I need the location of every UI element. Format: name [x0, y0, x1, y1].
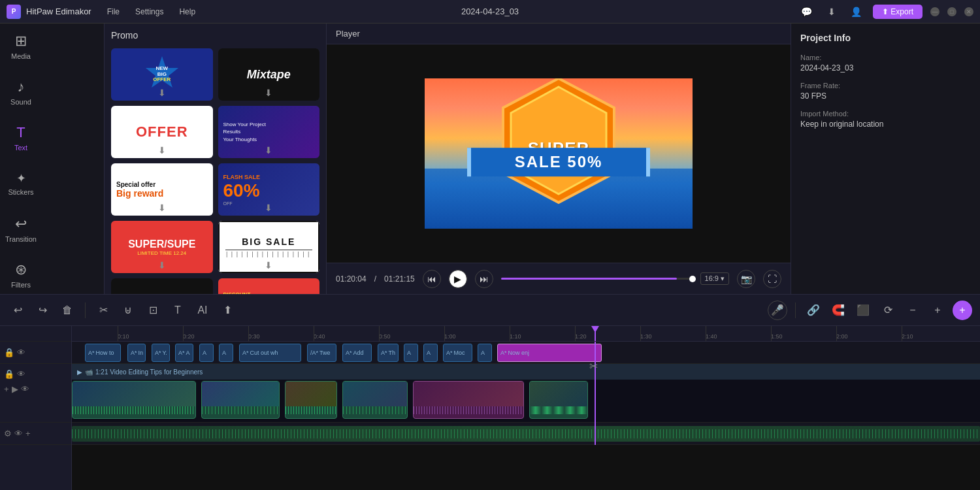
- mic-button[interactable]: 🎤: [768, 301, 787, 320]
- tool-sound[interactable]: ♪ Sound: [0, 69, 42, 115]
- crop-button[interactable]: ⊡: [143, 301, 163, 320]
- eye-icon-text[interactable]: 👁: [17, 348, 25, 357]
- add-track-icon[interactable]: +: [4, 384, 9, 394]
- delete-button[interactable]: 🗑: [57, 301, 77, 320]
- ruler-mark-030: 0:30: [248, 333, 260, 340]
- fullscreen-button[interactable]: ⛶: [763, 270, 781, 288]
- text-clip-ar1[interactable]: A*A: [175, 344, 193, 362]
- text-clip-moc[interactable]: A*Moc: [443, 344, 472, 362]
- aspect-ratio-button[interactable]: 16:9 ▾: [700, 272, 729, 285]
- minimize-button[interactable]: —: [930, 7, 939, 16]
- close-button[interactable]: ✕: [964, 7, 973, 16]
- tool-transition[interactable]: ↩ Transition: [0, 206, 42, 252]
- video-clip-5-active[interactable]: [413, 381, 524, 419]
- template-discount[interactable]: DISCOUNT UP TO 50% OFF SUPER ⬇: [218, 278, 320, 294]
- layers-button[interactable]: ⬛: [853, 301, 873, 320]
- lock-icon-text[interactable]: 🔒: [4, 348, 14, 357]
- loop-button[interactable]: ⟳: [878, 301, 898, 320]
- add-track-button[interactable]: +: [953, 301, 972, 320]
- title-bar-right: 💬 ⬇ 👤 ⬆ Export — □ ✕: [798, 3, 973, 20]
- text-clip-ar2[interactable]: A: [199, 344, 214, 362]
- zoom-in-button[interactable]: +: [928, 301, 947, 320]
- text-clip-ar6[interactable]: A: [478, 344, 492, 362]
- text-clip-ar5[interactable]: A: [423, 344, 438, 362]
- text-clip-th[interactable]: A*Th: [378, 344, 399, 362]
- text-clip-cut-out[interactable]: A*Cut out wh: [239, 344, 301, 362]
- template-super-supe[interactable]: SUPER/SUPE LIMITED TIME 12.24 ⬇: [111, 221, 213, 273]
- template-show-project[interactable]: Show Your ProjectResultsYour Thoughts ⬇: [218, 106, 320, 158]
- text-track-button[interactable]: T: [168, 301, 188, 320]
- text-clip-how-to[interactable]: A*How to: [85, 344, 121, 362]
- frame-rate-label: Frame Rate:: [800, 82, 971, 90]
- export-frame-button[interactable]: ⬆: [218, 301, 237, 320]
- text-clip-add[interactable]: A*Add: [342, 344, 372, 362]
- template-new-big-offer[interactable]: NEWBIGOFFER ⬇: [111, 48, 213, 101]
- timeline-tracks[interactable]: 0:10 0:20 0:30 0:40 0:50 1:00 1:10 1:20: [72, 326, 980, 490]
- eye-icon-audio[interactable]: 👁: [14, 429, 23, 438]
- template-big-sale-barcode[interactable]: BIG SALE ||||||||||||||||| ⬇: [218, 221, 320, 273]
- template-mixtape[interactable]: Mixtape ⬇: [218, 48, 320, 101]
- filters-icon: ⊛: [15, 261, 27, 278]
- menu-file[interactable]: File: [105, 6, 122, 18]
- cut-button[interactable]: ✂: [93, 301, 113, 320]
- template-offer[interactable]: OFFER ⬇: [111, 106, 213, 158]
- undo-button[interactable]: ↩: [8, 301, 27, 320]
- text-clip-in[interactable]: A*In: [127, 344, 146, 362]
- auto-caption-button[interactable]: AI: [193, 301, 212, 320]
- ruler-mark-130: 1:30: [640, 333, 652, 340]
- user-icon[interactable]: 👤: [848, 3, 865, 20]
- zoom-out-button[interactable]: −: [903, 301, 923, 320]
- progress-fill: [501, 278, 677, 280]
- split-button[interactable]: ⊎: [118, 301, 138, 320]
- menu-settings[interactable]: Settings: [133, 6, 166, 18]
- prev-frame-button[interactable]: ⏮: [423, 270, 441, 288]
- tool-text[interactable]: T Text: [0, 115, 42, 161]
- tool-filters[interactable]: ⊛ Filters: [0, 252, 42, 294]
- text-clip-y[interactable]: A*Y.: [152, 344, 170, 362]
- menu-help[interactable]: Help: [176, 6, 198, 18]
- add-audio-icon[interactable]: +: [25, 429, 31, 438]
- progress-bar[interactable]: [501, 278, 693, 280]
- template-sale-black[interactable]: SALE ⬇: [111, 278, 213, 294]
- text-clip-ar4[interactable]: A: [404, 344, 418, 362]
- progress-dot: [689, 276, 696, 282]
- discount-label: DISCOUNT: [223, 291, 251, 295]
- current-time: 01:20:04: [336, 274, 367, 284]
- play-icon[interactable]: ▶: [12, 384, 18, 394]
- magnet-button[interactable]: 🧲: [828, 301, 848, 320]
- lock-icon-video[interactable]: 🔒: [4, 369, 14, 379]
- tool-stickers[interactable]: ✦ Stickers: [0, 161, 42, 206]
- eye-icon-video[interactable]: 👁: [17, 369, 25, 379]
- redo-button[interactable]: ↪: [33, 301, 52, 320]
- download-icon[interactable]: ⬇: [823, 3, 840, 20]
- screenshot-button[interactable]: 📷: [737, 270, 755, 288]
- settings-icon-audio[interactable]: ⚙: [4, 429, 12, 438]
- link-button[interactable]: 🔗: [804, 301, 823, 320]
- tool-media[interactable]: ⊞ Media: [0, 24, 42, 69]
- thumbnail-4: [343, 382, 407, 406]
- video-clip-3[interactable]: [285, 381, 337, 419]
- template-flash-sale[interactable]: FLASH SALE 60% OFF ⬇: [218, 163, 320, 216]
- text-track: A*How to A*In A*Y. A*A A A: [72, 342, 980, 364]
- eye-icon-audio-sub[interactable]: 👁: [21, 384, 29, 394]
- next-frame-button[interactable]: ⏭: [475, 270, 493, 288]
- ruler-line-110: [510, 326, 510, 341]
- video-clip-6[interactable]: [529, 381, 588, 419]
- text-clip-now-enj[interactable]: A*Now enj: [497, 344, 602, 362]
- text-clip-icon-8: A*: [381, 350, 387, 356]
- maximize-button[interactable]: □: [947, 7, 956, 16]
- text-track-label: 🔒 👁: [0, 342, 71, 364]
- text-clip-twe[interactable]: /A*Twe: [307, 344, 336, 362]
- audio-wave-6: [530, 406, 587, 414]
- flash-pct: 60%: [223, 180, 260, 201]
- template-special-big-reward[interactable]: Special offer Big reward ⬇: [111, 163, 213, 216]
- audio-bar-main[interactable]: [72, 426, 980, 442]
- play-pause-button[interactable]: ▶: [449, 270, 467, 288]
- video-clip-4[interactable]: [342, 381, 408, 419]
- app-name: HitPaw Edimakor: [26, 7, 91, 16]
- notification-icon[interactable]: 💬: [798, 3, 815, 20]
- export-button[interactable]: ⬆ Export: [873, 5, 923, 19]
- video-clip-1[interactable]: [72, 381, 196, 419]
- text-clip-ar3[interactable]: A: [219, 344, 233, 362]
- video-clip-2[interactable]: [201, 381, 280, 419]
